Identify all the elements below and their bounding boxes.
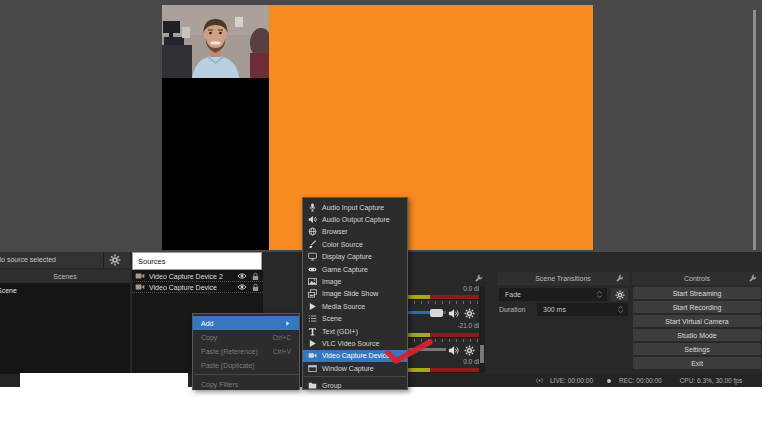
source-toolbar: No source selected [0, 252, 130, 268]
submenu-item-image[interactable]: Image [303, 275, 407, 287]
status-bar-right: LIVE: 00:00:00 REC: 00:00:00 CPU: 6.3%, … [535, 374, 742, 387]
studio-mode-button[interactable]: Studio Mode [633, 329, 761, 341]
record-dot-icon [605, 377, 613, 385]
transition-select[interactable]: Fade [499, 288, 607, 301]
microphone-icon [308, 203, 317, 212]
transition-gear-button[interactable] [611, 288, 628, 301]
visibility-eye-icon[interactable] [237, 282, 247, 292]
submenu-item-label: Group [322, 382, 341, 389]
red-checkmark-annotation [382, 338, 436, 365]
mixer-scrollbar[interactable] [479, 286, 485, 372]
live-status: LIVE: 00:00:00 [550, 377, 593, 384]
submenu-item-label: Display Capture [322, 253, 372, 260]
submenu-item-image-slide-show[interactable]: Image Slide Show [303, 288, 407, 300]
submenu-item-audio-input-capture[interactable]: Audio Input Capture [303, 201, 407, 213]
source-label: Video Capture Device 2 [149, 273, 233, 280]
duration-spinbox[interactable]: 300 ms [537, 303, 628, 316]
controls-wrench-icon[interactable] [748, 274, 757, 283]
submenu-item-group[interactable]: Group [303, 379, 407, 390]
mixer-wrench-icon[interactable] [474, 274, 483, 283]
properties-gear-icon[interactable] [109, 254, 121, 266]
start-recording-button[interactable]: Start Recording [633, 301, 761, 313]
submenu-item-scene[interactable]: Scene [303, 313, 407, 325]
folder-icon [308, 381, 317, 390]
submenu-arrow-icon [284, 320, 291, 327]
source-row[interactable]: Video Capture Device 2 [132, 271, 263, 282]
submenu-item-label: Image [322, 278, 341, 285]
submenu-item-label: Media Source [322, 303, 365, 310]
submenu-item-game-capture[interactable]: Game Capture [303, 263, 407, 275]
scrollbar-handle[interactable] [480, 345, 484, 363]
transitions-header-label: Scene Transitions [535, 275, 591, 282]
lock-icon[interactable] [251, 283, 260, 292]
cpu-status: CPU: 6.3%, 30.00 fps [680, 377, 743, 384]
visibility-eye-icon[interactable] [237, 271, 247, 281]
mixer-gear-icon[interactable] [464, 308, 475, 319]
menu-item-copy[interactable]: Copy Ctrl+C [193, 330, 299, 344]
menu-item-label: Paste (Duplicate) [201, 362, 255, 369]
globe-icon [308, 227, 317, 236]
start-virtual-camera-button[interactable]: Start Virtual Camera [633, 315, 761, 327]
window-icon [308, 364, 317, 373]
scenes-header: Scenes [0, 270, 130, 283]
submenu-item-label: Image Slide Show [322, 290, 378, 297]
transitions-wrench-icon[interactable] [615, 274, 624, 283]
source-toolbar-status: No source selected [0, 256, 56, 263]
camera-icon [308, 351, 317, 360]
menu-shortcut: Ctrl+C [272, 334, 291, 341]
menu-item-paste-reference[interactable]: Paste (Reference) Ctrl+V [193, 344, 299, 358]
settings-button[interactable]: Settings [633, 343, 761, 355]
scene-list-item[interactable]: Scene [0, 287, 17, 294]
sources-overlay-box: Sources [132, 252, 262, 270]
start-streaming-button[interactable]: Start Streaming [633, 287, 761, 299]
submenu-item-label: Audio Output Capture [322, 216, 390, 223]
sources-overlay-label: Sources [138, 257, 166, 266]
select-spinner-icon[interactable] [595, 290, 604, 299]
transitions-header: Scene Transitions [497, 272, 629, 285]
submenu-item-display-capture[interactable]: Display Capture [303, 251, 407, 263]
menu-item-label: Copy [201, 334, 217, 341]
menu-item-add[interactable]: Add [193, 316, 299, 330]
submenu-item-label: Browser [322, 228, 348, 235]
menu-item-paste-duplicate[interactable]: Paste (Duplicate) [193, 358, 299, 372]
submenu-item-text-gdi[interactable]: Text (GDI+) [303, 325, 407, 337]
menu-item-label: Add [201, 320, 213, 327]
submenu-item-browser[interactable]: Browser [303, 226, 407, 238]
transition-selected-value: Fade [505, 291, 521, 298]
duration-value: 300 ms [543, 306, 566, 313]
source-row[interactable]: Video Capture Device [132, 282, 263, 293]
webcam-picture [162, 5, 269, 78]
submenu-item-label: Audio Input Capture [322, 204, 384, 211]
list-icon [308, 314, 317, 323]
submenu-item-label: Window Capture [322, 365, 374, 372]
window-edge [753, 10, 756, 250]
context-menu: Add Copy Ctrl+C Paste (Reference) Ctrl+V… [192, 313, 300, 390]
live-signal-icon [535, 376, 544, 385]
white-overlay-patch [20, 373, 188, 395]
duration-spinner-icon[interactable] [616, 305, 625, 314]
webcam-source[interactable] [162, 5, 269, 78]
scenes-list: Scene [0, 283, 130, 374]
slider-handle[interactable] [430, 309, 443, 317]
submenu-item-label: Text (GDI+) [322, 328, 358, 335]
scenes-header-label: Scenes [53, 273, 76, 280]
video-capture-icon [135, 271, 145, 281]
speaker-icon[interactable] [448, 308, 459, 319]
submenu-item-audio-output-capture[interactable]: Audio Output Capture [303, 213, 407, 225]
speaker-icon[interactable] [448, 345, 459, 356]
menu-item-copy-filters[interactable]: Copy Filters [193, 377, 299, 390]
controls-header-label: Controls [684, 275, 710, 282]
mixer-gear-icon[interactable] [464, 345, 475, 356]
gamepad-icon [308, 265, 317, 274]
source-label: Video Capture Device [149, 284, 233, 291]
exit-button[interactable]: Exit [633, 357, 761, 369]
lock-icon[interactable] [251, 272, 260, 281]
text-icon [308, 327, 317, 336]
slideshow-icon [308, 289, 317, 298]
submenu-item-media-source[interactable]: Media Source [303, 300, 407, 312]
play-icon [308, 302, 317, 311]
submenu-item-color-source[interactable]: Color Source [303, 238, 407, 250]
display-icon [308, 252, 317, 261]
submenu-item-label: VLC Video Source [322, 340, 379, 347]
menu-item-label: Paste (Reference) [201, 348, 258, 355]
